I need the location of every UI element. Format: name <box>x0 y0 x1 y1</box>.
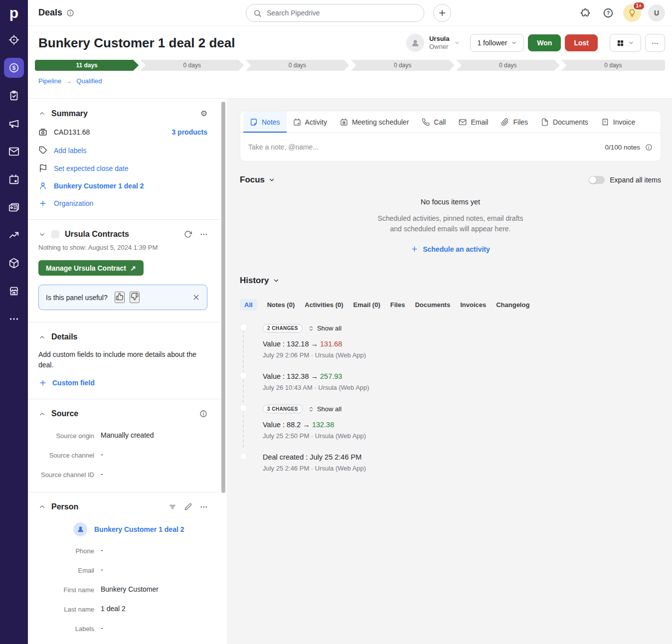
empty-state-text: Scheduled activities, pinned notes, emai… <box>240 213 661 224</box>
filter-notes[interactable]: Notes (0) <box>267 299 295 311</box>
collapse-section-button[interactable] <box>38 333 46 341</box>
stage-segment[interactable]: 0 days <box>245 60 349 71</box>
quick-add-button[interactable] <box>433 4 451 22</box>
filter-icon[interactable] <box>168 503 176 511</box>
stage-segment[interactable]: 11 days <box>35 60 139 71</box>
field-label: Source channel <box>38 451 94 460</box>
focus-empty-state: No focus items yet Scheduled activities,… <box>240 198 661 255</box>
filter-documents[interactable]: Documents <box>415 299 450 311</box>
page-title: Deals <box>38 7 62 18</box>
note-input[interactable] <box>248 143 600 151</box>
sidebar-item-projects[interactable] <box>0 82 28 110</box>
stage-label: 0 days <box>394 62 411 69</box>
help-button[interactable]: ? <box>600 5 616 21</box>
apps-button[interactable] <box>577 5 593 21</box>
tab-email[interactable]: Email <box>452 111 495 133</box>
set-close-date-link[interactable]: Set expected close date <box>54 164 128 172</box>
stage-segment[interactable]: 0 days <box>456 60 560 71</box>
plus-icon <box>38 199 47 207</box>
tab-activity[interactable]: Activity <box>287 111 334 133</box>
expand-section-button[interactable] <box>38 231 46 238</box>
stage-segment[interactable]: 0 days <box>140 60 244 71</box>
manage-contract-button[interactable]: Manage Ursula Contract ↗ <box>38 260 144 276</box>
sidebar-item-deals[interactable]: $ <box>0 54 28 82</box>
search-area <box>246 4 451 22</box>
sidebar-item-products[interactable] <box>0 249 28 277</box>
more-actions-button[interactable]: ⋯ <box>645 34 665 52</box>
tab-files[interactable]: Files <box>495 111 534 133</box>
add-custom-field-link[interactable]: Custom field <box>52 379 95 387</box>
thumbs-up-button[interactable] <box>115 292 125 303</box>
thumbs-down-button[interactable] <box>130 292 140 303</box>
layout-view-button[interactable] <box>610 34 641 52</box>
sidebar-item-leads[interactable] <box>0 26 28 54</box>
filter-all[interactable]: All <box>240 299 257 311</box>
tab-label: Files <box>513 118 528 126</box>
sidebar-item-campaigns[interactable] <box>0 110 28 138</box>
insights-chart-icon <box>8 230 19 241</box>
sidebar-item-contacts[interactable] <box>0 193 28 221</box>
tab-notes[interactable]: Notes <box>243 111 287 133</box>
schedule-activity-link[interactable]: Schedule an activity <box>411 245 490 253</box>
collapse-section-button[interactable] <box>38 503 46 510</box>
marketplace-storefront-icon <box>8 286 19 297</box>
filter-email[interactable]: Email (0) <box>353 299 380 311</box>
won-button[interactable]: Won <box>528 34 561 51</box>
tab-documents[interactable]: Documents <box>534 111 595 133</box>
followers-button[interactable]: 1 follower <box>470 34 524 52</box>
stage-segment[interactable]: 0 days <box>351 60 455 71</box>
refresh-button[interactable] <box>184 230 192 238</box>
breadcrumb-stage-link[interactable]: Qualified <box>76 77 102 85</box>
suggestions-button[interactable]: 1+ <box>623 4 641 22</box>
stage-segment[interactable]: 0 days <box>561 60 665 71</box>
filter-activities[interactable]: Activities (0) <box>305 299 343 311</box>
stage-label: 11 days <box>76 62 97 69</box>
filter-invoices[interactable]: Invoices <box>460 299 486 311</box>
tab-label: Documents <box>553 118 588 126</box>
show-all-button[interactable]: Show all <box>308 324 341 332</box>
products-link[interactable]: 3 products <box>171 128 207 136</box>
edit-pencil-icon[interactable] <box>184 503 192 510</box>
person-more-button[interactable]: ⋯ <box>200 502 207 511</box>
pipedrive-logo[interactable]: p <box>0 0 28 26</box>
collapse-section-button[interactable] <box>38 110 46 117</box>
focus-title: Focus <box>240 175 265 185</box>
sidebar-item-activities[interactable] <box>0 165 28 193</box>
sidebar-item-marketplace[interactable] <box>0 277 28 305</box>
sidebar-item-insights[interactable] <box>0 221 28 249</box>
person-name-link[interactable]: Bunkery Customer 1 deal 2 <box>94 525 184 533</box>
add-labels-link[interactable]: Add labels <box>54 147 86 155</box>
summary-settings-button[interactable]: ⚙ <box>200 109 207 118</box>
search-input[interactable] <box>267 9 417 17</box>
sidebar-item-more[interactable] <box>0 305 28 333</box>
tab-call[interactable]: Call <box>415 111 452 133</box>
tab-invoice[interactable]: $Invoice <box>595 111 642 133</box>
user-avatar[interactable]: U <box>648 4 665 21</box>
activities-calendar-icon <box>8 174 19 185</box>
page-info-icon[interactable] <box>66 9 74 17</box>
source-info-icon[interactable] <box>199 410 207 418</box>
lost-button[interactable]: Lost <box>565 34 598 51</box>
close-icon[interactable] <box>192 294 200 301</box>
focus-section-toggle[interactable]: Focus <box>240 175 275 185</box>
add-organization-link[interactable]: Organization <box>54 199 93 207</box>
collapse-section-button[interactable] <box>38 410 46 418</box>
notes-info-icon[interactable] <box>645 144 653 151</box>
summary-person-link[interactable]: Bunkery Customer 1 deal 2 <box>54 182 144 190</box>
sidebar-item-mail[interactable] <box>0 138 28 165</box>
topbar-right-cluster: ? 1+ U <box>577 4 665 22</box>
breadcrumb-pipeline-link[interactable]: Pipeline <box>38 77 61 85</box>
paperclip-icon <box>501 118 509 126</box>
deal-value: CAD131.68 <box>54 128 90 136</box>
show-all-button[interactable]: Show all <box>308 405 341 413</box>
tab-meeting-scheduler[interactable]: Meeting scheduler <box>334 111 415 133</box>
filter-files[interactable]: Files <box>390 299 405 311</box>
filter-changelog[interactable]: Changelog <box>496 299 529 311</box>
panel-scrollbar-thumb[interactable] <box>221 102 225 493</box>
owner-selector[interactable]: Ursula Owner <box>406 34 460 52</box>
history-section-toggle[interactable]: History <box>240 276 280 286</box>
global-search[interactable] <box>246 4 424 22</box>
expand-all-toggle[interactable] <box>589 176 605 184</box>
panel-more-button[interactable]: ⋯ <box>200 230 207 239</box>
history-title: History <box>240 276 269 286</box>
